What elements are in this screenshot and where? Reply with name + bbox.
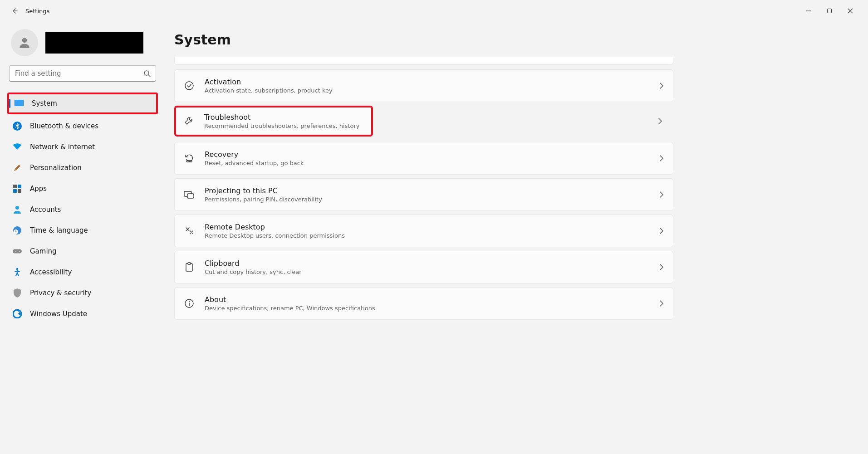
card-title: Clipboard [205, 259, 649, 268]
profile-name-redacted [45, 32, 143, 54]
close-button[interactable] [840, 4, 861, 18]
svg-rect-2 [828, 9, 832, 13]
svg-rect-14 [18, 189, 21, 193]
svg-rect-18 [13, 249, 22, 253]
recovery-icon [184, 153, 195, 164]
close-icon [848, 8, 853, 14]
svg-rect-28 [188, 263, 191, 264]
chevron-right-icon [659, 227, 664, 234]
check-circle-icon [184, 80, 195, 91]
nav-time-language[interactable]: Time & language [7, 221, 158, 239]
accessibility-icon [13, 268, 22, 277]
nav-label: Gaming [30, 247, 57, 255]
card-activation[interactable]: Activation Activation state, subscriptio… [174, 69, 673, 102]
nav-label: Accounts [30, 205, 61, 214]
search-box [9, 65, 156, 82]
card-title: Recovery [205, 150, 649, 159]
accounts-icon [13, 205, 22, 214]
card-subtitle: Recommended troubleshooters, preferences… [204, 122, 364, 129]
svg-point-30 [189, 301, 190, 302]
titlebar: Settings [0, 0, 868, 22]
nav-label: Bluetooth & devices [30, 122, 98, 130]
nav-label: Accessibility [30, 268, 72, 276]
nav-list: System Bluetooth & devices Network & int… [7, 93, 158, 323]
chevron-right-icon [659, 300, 664, 307]
maximize-icon [827, 8, 832, 14]
user-icon [17, 35, 32, 50]
card-title: About [205, 295, 649, 304]
nav-accessibility[interactable]: Accessibility [7, 263, 158, 281]
gamepad-icon [13, 247, 22, 256]
profile-section[interactable] [7, 27, 158, 65]
info-icon [184, 298, 195, 309]
chevron-right-icon [659, 191, 664, 198]
nav-label: Personalization [30, 164, 82, 172]
chevron-right-icon [659, 82, 664, 89]
svg-point-19 [15, 251, 15, 252]
chevron-right-icon [658, 117, 662, 125]
nav-label: System [32, 99, 57, 107]
back-button[interactable] [7, 4, 22, 18]
nav-label: Privacy & security [30, 289, 91, 297]
nav-label: Windows Update [30, 310, 87, 318]
card-title: Remote Desktop [205, 223, 649, 231]
arrow-left-icon [11, 7, 18, 15]
card-projecting[interactable]: Projecting to this PC Permissions, pairi… [174, 178, 673, 211]
search-input[interactable] [9, 65, 156, 82]
window-title: Settings [25, 8, 49, 15]
main-content: System Activation Activation state, subs… [163, 22, 868, 454]
card-subtitle: Remote Desktop users, connection permiss… [205, 232, 649, 239]
paintbrush-icon [13, 163, 22, 172]
wifi-icon [13, 142, 22, 151]
chevron-right-icon [659, 155, 664, 162]
nav-network[interactable]: Network & internet [7, 138, 158, 156]
nav-bluetooth[interactable]: Bluetooth & devices [7, 117, 158, 135]
nav-system[interactable]: System [9, 94, 156, 112]
shield-icon [13, 288, 22, 298]
svg-rect-13 [13, 189, 17, 193]
remote-desktop-icon [184, 225, 195, 236]
sidebar: System Bluetooth & devices Network & int… [0, 22, 163, 454]
card-subtitle: Activation state, subscriptions, product… [205, 87, 649, 94]
maximize-button[interactable] [819, 4, 840, 18]
svg-point-23 [185, 82, 193, 90]
nav-personalization[interactable]: Personalization [7, 159, 158, 177]
card-recovery[interactable]: Recovery Reset, advanced startup, go bac… [174, 142, 673, 175]
settings-cards: Activation Activation state, subscriptio… [174, 57, 673, 322]
nav-privacy[interactable]: Privacy & security [7, 284, 158, 302]
svg-rect-12 [18, 185, 21, 188]
page-heading: System [174, 32, 857, 48]
minimize-icon [806, 8, 811, 14]
nav-apps[interactable]: Apps [7, 180, 158, 198]
minimize-button[interactable] [798, 4, 819, 18]
card-subtitle: Permissions, pairing PIN, discoverabilit… [205, 196, 649, 203]
nav-gaming[interactable]: Gaming [7, 242, 158, 260]
nav-label: Time & language [30, 226, 88, 234]
card-about[interactable]: About Device specifications, rename PC, … [174, 287, 673, 320]
card-clipboard[interactable]: Clipboard Cut and copy history, sync, cl… [174, 251, 673, 283]
annotation-box-troubleshoot: Troubleshoot Recommended troubleshooters… [174, 106, 373, 137]
card-subtitle: Device specifications, rename PC, Window… [205, 305, 649, 312]
card-title: Projecting to this PC [205, 186, 649, 195]
projecting-icon [184, 189, 195, 200]
svg-point-20 [19, 251, 20, 252]
card-remote-desktop[interactable]: Remote Desktop Remote Desktop users, con… [174, 215, 673, 247]
nav-accounts[interactable]: Accounts [7, 200, 158, 219]
card-title: Activation [205, 78, 649, 86]
svg-rect-11 [13, 185, 17, 188]
nav-label: Network & internet [30, 143, 95, 151]
card-subtitle: Cut and copy history, sync, clear [205, 268, 649, 275]
apps-icon [13, 184, 22, 193]
wrench-icon [183, 116, 194, 127]
svg-point-21 [16, 268, 18, 270]
card-troubleshoot[interactable]: Troubleshoot Recommended troubleshooters… [204, 113, 364, 129]
card-subtitle: Reset, advanced startup, go back [205, 160, 649, 166]
display-icon [15, 99, 24, 108]
svg-rect-9 [15, 100, 23, 106]
partial-card-top[interactable] [174, 57, 673, 65]
svg-point-15 [15, 206, 19, 210]
nav-label: Apps [30, 185, 47, 193]
nav-windows-update[interactable]: Windows Update [7, 305, 158, 323]
svg-rect-26 [187, 194, 194, 198]
svg-point-5 [22, 38, 27, 43]
